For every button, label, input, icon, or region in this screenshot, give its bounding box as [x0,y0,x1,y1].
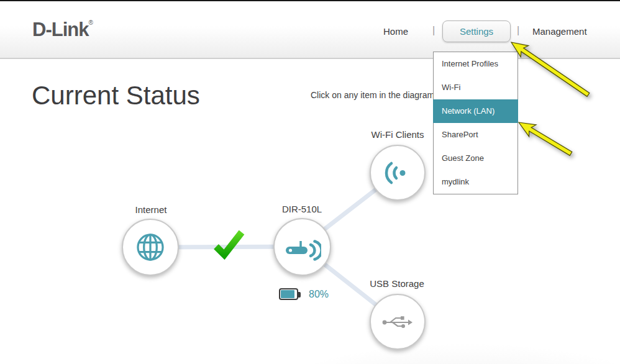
router-icon [284,232,321,262]
battery-percent: 80% [309,289,329,300]
wifi-icon [383,159,412,186]
menu-item-mydlink[interactable]: mydlink [434,170,517,194]
nav-settings-button[interactable]: Settings [442,20,511,42]
nav-separator: | [432,25,435,36]
registered-mark: ® [88,19,93,26]
wifi-clients-label: Wi-Fi Clients [372,129,424,140]
nav-separator: | [517,25,519,36]
menu-item-wifi[interactable]: Wi-Fi [434,76,517,99]
menu-item-network-lan[interactable]: Network (LAN) [433,99,518,123]
router-node[interactable] [273,218,331,276]
menu-item-shareport[interactable]: SharePort [434,123,517,147]
battery-fill [281,290,294,298]
nav-home[interactable]: Home [383,26,408,37]
window-top-edge [0,0,620,1]
usb-storage-node[interactable] [370,294,426,350]
internet-label: Internet [135,204,167,215]
menu-item-internet-profiles[interactable]: Internet Profiles [434,52,517,76]
settings-dropdown-menu: Internet Profiles Wi-Fi Network (LAN) Sh… [433,52,518,194]
header-bar: D-Link® Home | Settings | Management [0,0,620,59]
menu-item-guest-zone[interactable]: Guest Zone [434,147,517,170]
router-label: DIR-510L [282,204,322,214]
usb-storage-label: USB Storage [370,278,424,289]
wifi-clients-node[interactable] [370,145,426,201]
globe-icon [134,231,166,263]
connected-check-icon [213,229,245,260]
dlink-logo: D-Link® [32,19,93,41]
internet-node[interactable] [122,219,179,276]
nav-management[interactable]: Management [532,26,587,37]
usb-icon [380,311,415,332]
battery-nub [298,292,301,298]
battery-icon [279,288,298,300]
